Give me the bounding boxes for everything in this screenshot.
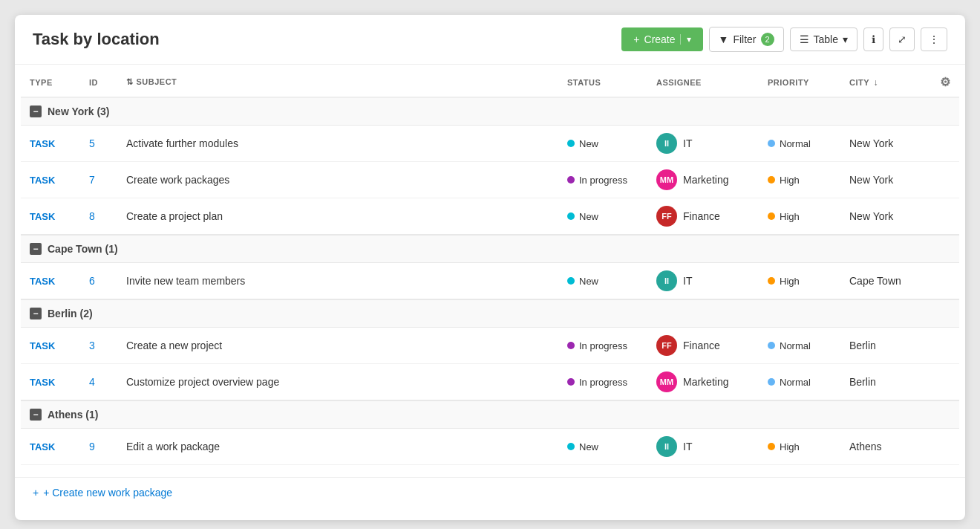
cell-type: TASK bbox=[21, 126, 80, 162]
cell-priority: High bbox=[759, 429, 840, 465]
status-dot-icon bbox=[567, 378, 575, 386]
cell-assignee: MM Marketing bbox=[647, 364, 759, 401]
cell-actions bbox=[930, 328, 959, 364]
filter-button[interactable]: ▼ Filter 2 bbox=[709, 27, 784, 52]
status-text: New bbox=[579, 441, 598, 452]
more-button[interactable]: ⋮ bbox=[921, 27, 947, 51]
filter-icon: ▼ bbox=[719, 33, 729, 45]
status-text: In progress bbox=[579, 340, 627, 351]
task-id-link[interactable]: 4 bbox=[89, 376, 95, 388]
assignee-dept: Marketing bbox=[683, 174, 728, 186]
avatar: MM bbox=[656, 371, 677, 392]
task-type-link[interactable]: TASK bbox=[30, 276, 55, 287]
table-dropdown-icon: ▾ bbox=[843, 33, 848, 45]
cell-status: In progress bbox=[558, 364, 647, 401]
avatar: II bbox=[656, 133, 677, 154]
cell-city: New York bbox=[840, 126, 930, 162]
collapse-icon[interactable]: − bbox=[30, 106, 42, 117]
cell-id: 9 bbox=[80, 429, 117, 465]
cell-type: TASK bbox=[21, 429, 80, 465]
col-subject[interactable]: ⇅SUBJECT bbox=[117, 65, 558, 97]
priority-dot-icon bbox=[768, 277, 775, 285]
city-sort-icon: ↓ bbox=[873, 77, 878, 88]
task-type-link[interactable]: TASK bbox=[30, 175, 55, 186]
cell-id: 6 bbox=[80, 263, 117, 300]
task-type-link[interactable]: TASK bbox=[30, 340, 55, 351]
subject-sort-icon: ⇅ bbox=[126, 77, 134, 86]
task-type-link[interactable]: TASK bbox=[30, 138, 55, 149]
more-icon: ⋮ bbox=[929, 33, 939, 45]
col-id[interactable]: ID bbox=[80, 65, 117, 97]
plus-icon: + bbox=[633, 33, 639, 45]
task-id-link[interactable]: 7 bbox=[89, 174, 95, 186]
col-assignee[interactable]: ASSIGNEE bbox=[647, 65, 759, 97]
status-text: In progress bbox=[579, 377, 627, 388]
priority-dot-icon bbox=[768, 378, 775, 386]
task-type-link[interactable]: TASK bbox=[30, 377, 55, 388]
cell-city: Berlin bbox=[840, 328, 930, 364]
cell-id: 4 bbox=[80, 364, 117, 401]
fullscreen-button[interactable]: ⤢ bbox=[889, 27, 915, 51]
priority-dot-icon bbox=[768, 443, 775, 450]
cell-actions bbox=[930, 364, 959, 401]
priority-dot-icon bbox=[768, 140, 775, 147]
cell-subject: Create a project plan bbox=[117, 198, 558, 236]
cell-priority: High bbox=[759, 263, 840, 300]
assignee-dept: Finance bbox=[683, 210, 720, 222]
task-id-link[interactable]: 5 bbox=[89, 137, 95, 149]
create-dropdown-icon[interactable]: ▾ bbox=[680, 34, 691, 45]
collapse-icon[interactable]: − bbox=[30, 308, 42, 319]
col-city[interactable]: CITY ↓ bbox=[840, 65, 930, 97]
task-type-link[interactable]: TASK bbox=[30, 211, 55, 222]
col-priority[interactable]: PRIORITY bbox=[759, 65, 840, 97]
table-row: TASK 9 Edit a work package New II IT bbox=[21, 429, 959, 465]
task-id-link[interactable]: 3 bbox=[89, 340, 95, 351]
group-row: − Cape Town (1) bbox=[21, 235, 959, 263]
table-row: TASK 3 Create a new project In progress … bbox=[21, 328, 959, 364]
priority-text: Normal bbox=[780, 340, 811, 351]
cell-assignee: FF Finance bbox=[647, 328, 759, 364]
group-name: Berlin (2) bbox=[48, 308, 93, 319]
collapse-icon[interactable]: − bbox=[30, 243, 42, 255]
cell-type: TASK bbox=[21, 162, 80, 198]
cell-subject: Edit a work package bbox=[117, 429, 558, 465]
cell-type: TASK bbox=[21, 328, 80, 364]
create-work-package-footer[interactable]: + + Create new work package bbox=[15, 477, 965, 507]
task-id-link[interactable]: 9 bbox=[89, 441, 95, 452]
footer-plus-icon: + bbox=[33, 487, 39, 499]
cell-id: 7 bbox=[80, 162, 117, 198]
info-button[interactable]: ℹ bbox=[863, 27, 883, 51]
cell-type: TASK bbox=[21, 364, 80, 401]
task-id-link[interactable]: 8 bbox=[89, 210, 95, 222]
table-header-row: TYPE ID ⇅SUBJECT STATUS ASSIGNEE PRIORIT… bbox=[21, 65, 959, 97]
table-row: TASK 6 Invite new team members New II IT bbox=[21, 263, 959, 300]
cell-type: TASK bbox=[21, 198, 80, 236]
table-row: TASK 7 Create work packages In progress … bbox=[21, 162, 959, 198]
cell-status: In progress bbox=[558, 328, 647, 364]
cell-subject: Create a new project bbox=[117, 328, 558, 364]
cell-subject: Create work packages bbox=[117, 162, 558, 198]
main-container: Task by location + Create ▾ ▼ Filter 2 ☰… bbox=[15, 15, 965, 520]
cell-priority: Normal bbox=[759, 126, 840, 162]
status-text: New bbox=[579, 211, 598, 222]
table-view-button[interactable]: ☰ Table ▾ bbox=[790, 27, 858, 51]
collapse-icon[interactable]: − bbox=[30, 409, 42, 421]
col-settings[interactable]: ⚙ bbox=[930, 65, 959, 97]
task-id-link[interactable]: 6 bbox=[89, 275, 95, 287]
cell-priority: Normal bbox=[759, 328, 840, 364]
create-button[interactable]: + Create ▾ bbox=[621, 27, 702, 51]
priority-dot-icon bbox=[768, 176, 775, 184]
assignee-dept: IT bbox=[683, 137, 692, 149]
fullscreen-icon: ⤢ bbox=[898, 33, 906, 45]
cell-status: New bbox=[558, 263, 647, 300]
header: Task by location + Create ▾ ▼ Filter 2 ☰… bbox=[15, 15, 965, 65]
settings-icon[interactable]: ⚙ bbox=[940, 76, 951, 88]
assignee-dept: Finance bbox=[683, 340, 720, 351]
col-type[interactable]: TYPE bbox=[21, 65, 80, 97]
avatar: FF bbox=[656, 206, 677, 227]
col-status[interactable]: STATUS bbox=[558, 65, 647, 97]
filter-count: 2 bbox=[761, 33, 774, 46]
cell-priority: High bbox=[759, 162, 840, 198]
task-type-link[interactable]: TASK bbox=[30, 441, 55, 452]
priority-text: Normal bbox=[780, 138, 811, 149]
